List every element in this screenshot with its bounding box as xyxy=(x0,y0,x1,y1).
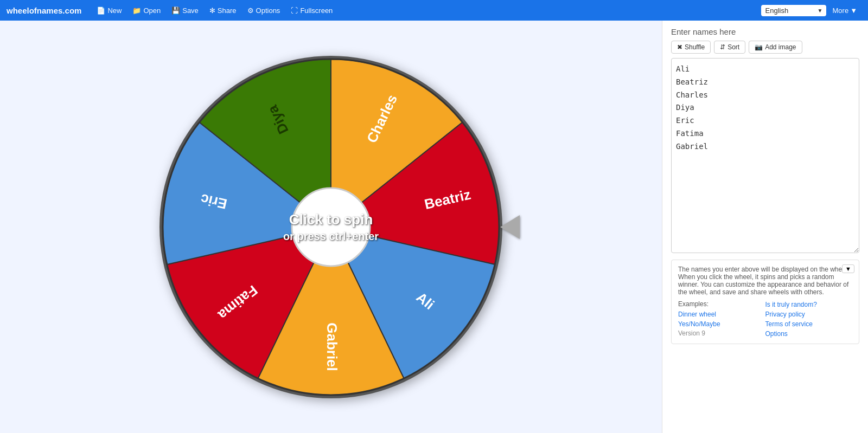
options-label: Options xyxy=(256,7,280,15)
right-panel: Enter names here ✖ Shuffle ⇵ Sort 📷 Add … xyxy=(662,21,868,433)
language-select[interactable]: English Spanish French xyxy=(761,5,826,16)
names-textarea[interactable] xyxy=(671,58,859,253)
add-image-label: Add image xyxy=(765,43,796,51)
shuffle-icon: ✖ xyxy=(677,43,682,51)
privacy-policy-link[interactable]: Privacy policy xyxy=(765,310,853,319)
pointer-arrow xyxy=(500,215,520,239)
add-image-button[interactable]: 📷 Add image xyxy=(749,41,802,54)
fullscreen-icon: ⛶ xyxy=(291,7,298,15)
info-box: ▼ The names you enter above will be disp… xyxy=(671,260,859,344)
yes-no-maybe-link[interactable]: Yes/No/Maybe xyxy=(678,320,765,328)
save-icon: 💾 xyxy=(171,7,180,15)
share-label: Share xyxy=(218,7,237,15)
save-label: Save xyxy=(182,7,199,15)
save-button[interactable]: 💾 Save xyxy=(167,4,203,17)
options-button[interactable]: ⚙ Options xyxy=(243,4,285,17)
more-button[interactable]: More ▼ xyxy=(828,4,862,17)
share-button[interactable]: ✻ Share xyxy=(205,4,241,17)
shuffle-button[interactable]: ✖ Shuffle xyxy=(671,41,711,54)
brand-logo: wheelofnames.com xyxy=(7,6,81,15)
wheel-container[interactable]: CharlesBeatrizAliGabrielFatimaEricDiya C… xyxy=(152,48,510,406)
sort-button[interactable]: ⇵ Sort xyxy=(714,41,745,54)
open-button[interactable]: 📁 Open xyxy=(128,4,165,17)
open-label: Open xyxy=(143,7,161,15)
collapse-button[interactable]: ▼ xyxy=(842,264,854,273)
new-button[interactable]: 📄 New xyxy=(92,4,126,17)
fullscreen-label: Fullscreen xyxy=(300,7,333,15)
terms-link[interactable]: Terms of service xyxy=(765,320,853,328)
options-link[interactable]: Options xyxy=(765,329,853,338)
version-label: Version 9 xyxy=(678,329,765,338)
new-doc-icon: 📄 xyxy=(97,7,105,15)
app-header: wheelofnames.com 📄 New 📁 Open 💾 Save ✻ S… xyxy=(0,0,868,21)
panel-actions: ✖ Shuffle ⇵ Sort 📷 Add image xyxy=(671,41,859,54)
is-it-random-link[interactable]: Is it truly random? xyxy=(765,300,853,309)
examples-label: Examples: xyxy=(678,300,765,309)
image-icon: 📷 xyxy=(755,43,763,51)
fullscreen-button[interactable]: ⛶ Fullscreen xyxy=(286,4,337,17)
panel-title: Enter names here xyxy=(671,27,859,36)
chevron-down-icon: ▼ xyxy=(850,7,857,15)
share-icon: ✻ xyxy=(209,7,215,15)
language-selector-wrapper: English Spanish French xyxy=(761,5,826,16)
info-links: Examples: Is it truly random? Dinner whe… xyxy=(678,300,852,338)
shuffle-label: Shuffle xyxy=(685,43,705,51)
sort-icon: ⇵ xyxy=(720,43,725,51)
info-description: The names you enter above will be displa… xyxy=(678,266,852,296)
svg-text:Gabriel: Gabriel xyxy=(324,322,340,371)
new-label: New xyxy=(107,7,122,15)
wheel-svg: CharlesBeatrizAliGabrielFatimaEricDiya xyxy=(152,48,510,406)
main-layout: CharlesBeatrizAliGabrielFatimaEricDiya C… xyxy=(0,21,868,433)
wheel-area: CharlesBeatrizAliGabrielFatimaEricDiya C… xyxy=(0,21,662,433)
dinner-wheel-link[interactable]: Dinner wheel xyxy=(678,310,765,319)
svg-point-9 xyxy=(292,188,370,266)
sort-label: Sort xyxy=(727,43,739,51)
folder-icon: 📁 xyxy=(132,7,141,15)
more-label: More xyxy=(833,7,849,15)
gear-icon: ⚙ xyxy=(247,7,254,15)
